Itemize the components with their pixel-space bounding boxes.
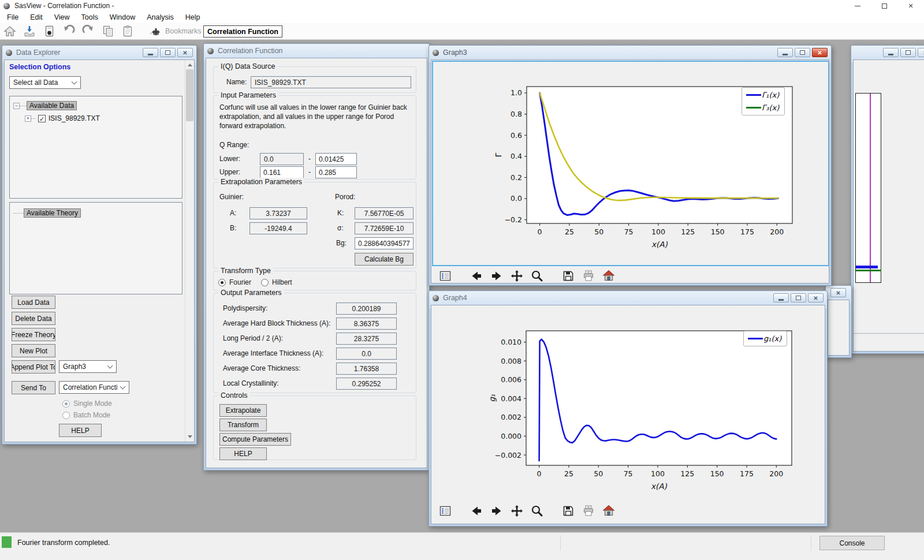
save-icon[interactable] <box>21 24 38 39</box>
subplots-icon[interactable] <box>438 269 452 283</box>
q-upper-max-field[interactable]: 0.285 <box>315 166 357 178</box>
hidden-window-fragment[interactable] <box>825 285 852 358</box>
transform-type-group: Transform Type Fourier Hilbert <box>213 271 416 290</box>
help-button[interactable]: HELP <box>219 447 267 460</box>
svg-text:0.002: 0.002 <box>501 413 521 421</box>
bookmarks-button[interactable]: Bookmarks <box>146 24 209 39</box>
svg-text:0.008: 0.008 <box>501 357 521 365</box>
delete-data-button[interactable]: Delete Data <box>12 312 55 325</box>
home-icon[interactable] <box>1 24 18 39</box>
q-lower-max-field[interactable]: 0.01425 <box>315 153 357 165</box>
menu-analysis[interactable]: Analysis <box>141 13 180 21</box>
collapse-icon[interactable] <box>13 103 20 109</box>
single-mode-radio[interactable]: Single Mode <box>62 400 112 408</box>
close-icon[interactable]: ✕ <box>897 0 924 12</box>
legend-entry: Γ₁(x) <box>746 91 779 99</box>
back-icon[interactable] <box>470 504 483 518</box>
app-icon <box>3 3 10 9</box>
back-icon[interactable] <box>470 269 483 283</box>
minimize-icon[interactable] <box>844 0 871 12</box>
maximize-icon[interactable] <box>791 293 806 303</box>
send-to-button[interactable]: Send To <box>12 381 55 394</box>
data-explorer-window[interactable]: Data Explorer Selection Options Select a… <box>2 45 197 445</box>
svg-text:0.004: 0.004 <box>501 394 521 403</box>
send-to-combo[interactable]: Correlation Function <box>59 381 129 394</box>
minimize-icon[interactable] <box>883 48 899 57</box>
help-button[interactable]: HELP <box>59 424 102 437</box>
menu-window[interactable]: Window <box>104 13 141 21</box>
pan-icon[interactable] <box>510 504 524 518</box>
home-icon[interactable] <box>602 504 616 518</box>
load-data-button[interactable]: Load Data <box>12 296 55 309</box>
dataset-checkbox[interactable] <box>38 115 46 122</box>
report-icon[interactable] <box>40 24 58 39</box>
append-plot-combo[interactable]: Graph3 <box>59 360 117 373</box>
svg-text:50: 50 <box>594 227 603 236</box>
correlation-function-window[interactable]: Correlation Function I(Q) Data Source Na… <box>203 43 430 471</box>
freeze-theory-button[interactable]: Freeze Theory <box>12 328 55 341</box>
fourier-radio[interactable]: Fourier <box>218 278 251 286</box>
maximize-icon[interactable] <box>900 48 916 57</box>
svg-text:−0.002: −0.002 <box>495 451 521 460</box>
minimize-icon[interactable] <box>143 48 158 57</box>
maximize-icon[interactable] <box>795 48 810 57</box>
subplots-icon[interactable] <box>438 504 452 518</box>
graph4-plot[interactable]: 0255075100125150175200−0.0020.0000.0020.… <box>433 326 825 499</box>
pan-icon[interactable] <box>510 269 524 283</box>
scroll-thumb[interactable] <box>186 69 193 121</box>
tree-node-available-theory[interactable]: Available Theory <box>24 208 81 218</box>
menu-edit[interactable]: Edit <box>24 13 49 21</box>
maximize-icon[interactable] <box>160 48 176 57</box>
background-graph-window[interactable] <box>851 45 924 354</box>
copy-icon[interactable] <box>99 24 117 39</box>
save-icon[interactable] <box>561 504 575 518</box>
menu-view[interactable]: View <box>49 13 76 21</box>
minimize-icon[interactable] <box>777 48 793 57</box>
graph3-window[interactable]: Graph3 0255075100125150175200−0.20.00.20… <box>429 45 832 286</box>
scroll-down-icon[interactable] <box>188 435 192 438</box>
background-field[interactable]: 0.288640394577 <box>355 237 413 249</box>
forward-icon[interactable] <box>490 269 504 283</box>
close-icon[interactable] <box>177 48 193 57</box>
graph4-window[interactable]: Graph4 0255075100125150175200−0.0020.000… <box>429 290 828 527</box>
save-icon[interactable] <box>561 269 575 283</box>
select-data-combo[interactable]: Select all Data <box>9 76 81 89</box>
home-icon[interactable] <box>602 269 616 283</box>
tree-node-dataset[interactable]: ISIS_98929.TXT <box>49 114 100 122</box>
extrapolate-button[interactable]: Extrapolate <box>219 404 267 417</box>
forward-icon[interactable] <box>490 504 504 518</box>
hilbert-radio[interactable]: Hilbert <box>261 278 292 286</box>
close-icon[interactable] <box>830 288 846 297</box>
close-icon[interactable] <box>918 48 924 57</box>
porod-sigma-field: 7.72659E-10 <box>355 222 413 234</box>
new-plot-button[interactable]: New Plot <box>12 344 55 357</box>
maximize-icon[interactable] <box>871 0 897 12</box>
vertical-scrollbar[interactable] <box>185 60 194 442</box>
tree-node-available-data[interactable]: Available Data <box>27 101 77 110</box>
expand-icon[interactable] <box>25 115 31 122</box>
q-upper-min-field[interactable]: 0.161 <box>260 166 304 178</box>
close-icon[interactable] <box>812 48 828 57</box>
close-icon[interactable] <box>808 293 824 303</box>
print-icon[interactable] <box>582 504 595 518</box>
paste-icon[interactable] <box>119 24 136 39</box>
undo-icon[interactable] <box>60 24 77 39</box>
redo-icon[interactable] <box>80 24 97 39</box>
analysis-selector[interactable]: Correlation Function <box>203 25 282 38</box>
console-button[interactable]: Console <box>819 536 885 550</box>
menu-file[interactable]: File <box>1 13 24 21</box>
calculate-bg-button[interactable]: Calculate Bg <box>355 253 413 266</box>
zoom-icon[interactable] <box>530 269 544 283</box>
print-icon[interactable] <box>582 269 595 283</box>
compute-parameters-button[interactable]: Compute Parameters <box>219 433 291 446</box>
append-plot-button[interactable]: Append Plot To <box>12 360 55 374</box>
batch-mode-radio[interactable]: Batch Mode <box>62 411 110 419</box>
svg-text:150: 150 <box>710 469 724 478</box>
scroll-up-icon[interactable] <box>188 64 192 66</box>
menu-tools[interactable]: Tools <box>76 13 104 21</box>
transform-button[interactable]: Transform <box>219 419 267 431</box>
minimize-icon[interactable] <box>773 293 789 303</box>
graph3-figure-frame: 0255075100125150175200−0.20.00.20.40.60.… <box>432 61 829 266</box>
zoom-icon[interactable] <box>530 504 544 518</box>
menu-help[interactable]: Help <box>180 13 206 21</box>
